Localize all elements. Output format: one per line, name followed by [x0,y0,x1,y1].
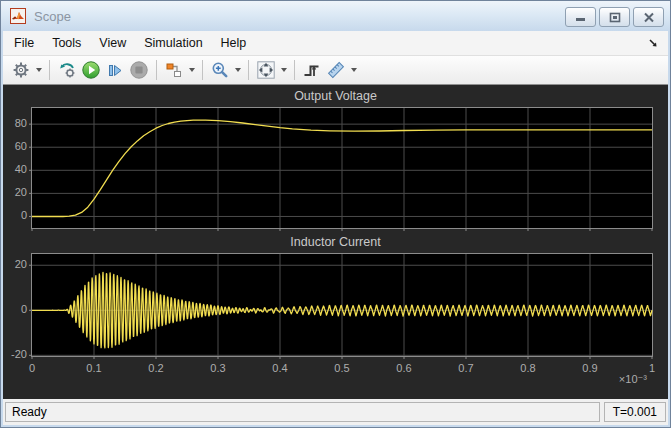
toolbar-separator [202,60,203,80]
x-tick-label: 0.8 [513,362,543,374]
status-text: Ready [12,405,47,419]
y-tick-label: 20 [0,258,27,270]
simulation-time-display: T=0.001 [604,402,666,422]
matlab-logo-icon [10,8,26,24]
signal-selector-caret[interactable] [186,58,197,82]
menu-view[interactable]: View [90,32,135,54]
output-voltage-plot[interactable]: 020406080 [31,107,653,229]
inductor-current-plot[interactable]: 00.10.20.30.40.50.60.70.80.91-20020 [31,253,653,357]
trigger-icon [302,60,322,80]
status-bar: Ready T=0.001 [3,399,668,425]
x-tick-label: 0.6 [389,362,419,374]
x-tick-label: 0.7 [451,362,481,374]
play-icon [81,60,101,80]
y-tick-label: 20 [0,186,27,198]
title-bar[interactable]: Scope [1,1,670,31]
x-tick-label: 0.5 [327,362,357,374]
x-tick-label: 0.9 [575,362,605,374]
x-tick-label: 0.1 [79,362,109,374]
minimize-icon [575,12,586,22]
close-icon [643,12,655,23]
y-tick-label: 80 [0,117,27,129]
menu-help[interactable]: Help [212,32,256,54]
toolbar-separator [156,60,157,80]
measurements-button[interactable] [324,58,348,82]
y-tick-label: 40 [0,163,27,175]
chart-title-output-voltage: Output Voltage [3,89,668,103]
chart-title-inductor-current: Inductor Current [3,235,668,249]
toolbar-separator [294,60,295,80]
zoom-menu-caret[interactable] [232,58,243,82]
toolbar-separator [248,60,249,80]
menu-tools[interactable]: Tools [43,32,90,54]
y-tick-label: 0 [0,303,27,315]
fit-to-view-button[interactable] [254,58,278,82]
x-tick-label: 0.3 [203,362,233,374]
restore-icon [609,12,621,23]
expand-arrows-icon [256,60,276,80]
scope-canvas: Output Voltage 020406080 Inductor Curren… [3,85,668,399]
y-tick-label: 60 [0,140,27,152]
step-forward-button[interactable] [103,58,127,82]
stop-button[interactable] [127,58,151,82]
caret-down-icon [189,68,195,72]
x-tick-label: 0.2 [141,362,171,374]
measurements-caret[interactable] [348,58,359,82]
scope-window: Scope File Tools View Simulation Help [0,0,671,428]
settings-button[interactable] [9,58,33,82]
signal-selector-button[interactable] [162,58,186,82]
dock-arrow-icon [648,38,659,49]
magnifier-plus-icon [210,60,230,80]
gear-arrow-icon [57,60,77,80]
menu-simulation[interactable]: Simulation [135,32,211,54]
ruler-icon [326,60,346,80]
x-tick-label: 0 [17,362,47,374]
fit-to-view-caret[interactable] [278,58,289,82]
signal-blocks-icon [164,60,184,80]
x-tick-label: 0.4 [265,362,295,374]
run-button[interactable] [79,58,103,82]
menu-file[interactable]: File [5,32,43,54]
toolbar-separator [49,60,50,80]
window-title: Scope [34,9,71,24]
toolbar [3,56,668,85]
caret-down-icon [281,68,287,72]
x-axis-multiplier-label: ×10⁻³ [619,373,647,386]
caret-down-icon [36,68,42,72]
highlight-block-button[interactable] [55,58,79,82]
status-message: Ready [5,402,600,422]
step-forward-icon [105,60,125,80]
stop-icon [129,60,149,80]
caret-down-icon [235,68,241,72]
minimize-button[interactable] [565,7,596,27]
caret-down-icon [351,68,357,72]
y-tick-label: -20 [0,348,27,360]
trigger-button[interactable] [300,58,324,82]
menu-bar: File Tools View Simulation Help [3,31,668,56]
settings-menu-caret[interactable] [33,58,44,82]
y-tick-label: 0 [0,209,27,221]
close-button[interactable] [633,7,664,27]
restore-button[interactable] [599,7,630,27]
gear-icon [11,60,31,80]
dock-button[interactable] [646,36,660,50]
zoom-in-button[interactable] [208,58,232,82]
